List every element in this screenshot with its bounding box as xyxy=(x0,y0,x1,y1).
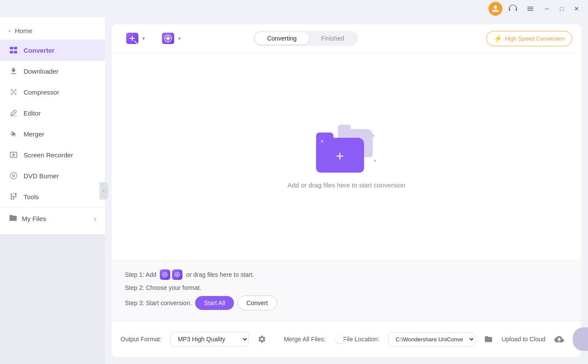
myfiles-chevron-icon: › xyxy=(94,215,96,223)
compressor-icon xyxy=(9,87,18,97)
step-1-row: Step 1: Add or drag files here to start. xyxy=(125,269,568,280)
dvd-burner-icon xyxy=(9,171,18,180)
format-settings-button[interactable] xyxy=(258,332,266,346)
upload-cloud-label: Upload to Cloud xyxy=(502,336,545,343)
tab-converting[interactable]: Converting xyxy=(255,32,309,44)
add-file-button[interactable]: ▼ xyxy=(120,30,151,47)
folder-icon: + ✦ ✦ ✦ xyxy=(316,125,377,173)
sparkle-2-icon: ✦ xyxy=(371,133,375,138)
merger-label: Merger xyxy=(24,130,45,138)
upload-cloud-button[interactable] xyxy=(554,332,564,346)
sidebar-item-tools[interactable]: Tools xyxy=(0,186,105,207)
window-controls: ─ □ ✕ xyxy=(541,3,583,15)
add-cd-small-icon xyxy=(172,269,182,280)
compressor-label: Compressor xyxy=(24,88,59,96)
sidebar-item-converter[interactable]: Converter xyxy=(0,40,105,61)
svg-point-6 xyxy=(13,175,14,176)
sidebar: ‹ Home Converter Downloader xyxy=(0,17,105,234)
main-toolbar: ▼ xyxy=(112,24,581,53)
add-file-chevron-icon: ▼ xyxy=(141,36,146,41)
step-2-text: Step 2: Choose your format. xyxy=(125,284,201,291)
myfiles-label: My Files xyxy=(22,215,46,222)
add-cd-button[interactable]: ▼ xyxy=(156,30,187,47)
main-card: ▼ xyxy=(112,24,581,321)
add-cd-chevron-icon: ▼ xyxy=(177,36,182,41)
output-format-select[interactable]: MP3 High Quality MP4 High Quality MOV Hi… xyxy=(170,332,249,347)
start-all-main-button[interactable]: Start All xyxy=(573,327,588,351)
myfiles-icon xyxy=(9,214,17,224)
sidebar-item-dvd-burner[interactable]: DVD Burner xyxy=(0,165,105,186)
converter-icon xyxy=(9,45,18,55)
high-speed-button[interactable]: ⚡ High Speed Conversion xyxy=(486,31,572,46)
sidebar-wrapper: ‹ Home Converter Downloader xyxy=(0,17,105,364)
close-button[interactable]: ✕ xyxy=(571,3,583,15)
step-1-prefix: Step 1: Add xyxy=(125,271,156,278)
sidebar-item-screen-recorder[interactable]: Screen Recorder xyxy=(0,144,105,165)
downloader-icon xyxy=(9,66,18,76)
app-body: ‹ Home Converter Downloader xyxy=(0,17,588,364)
svg-point-13 xyxy=(177,274,178,275)
sidebar-item-compressor[interactable]: Compressor xyxy=(0,82,105,102)
folder-plus-icon: + xyxy=(336,149,344,163)
step-3-row: Step 3: Start conversion. Start All Conv… xyxy=(125,296,568,310)
step-2-row: Step 2: Choose your format. xyxy=(125,284,568,291)
sidebar-item-downloader[interactable]: Downloader xyxy=(0,61,105,82)
step-1-icons xyxy=(160,269,182,280)
convert-inline-button[interactable]: Convert xyxy=(237,296,277,310)
sparkle-1-icon: ✦ xyxy=(320,138,325,145)
step-3-prefix: Step 3: Start conversion. xyxy=(125,299,192,306)
downloader-label: Downloader xyxy=(24,68,58,75)
output-format-label: Output Format: xyxy=(120,336,162,343)
menu-button[interactable] xyxy=(523,2,537,16)
dropzone[interactable]: + ✦ ✦ ✦ Add or drag files here to start … xyxy=(112,53,581,261)
headset-button[interactable] xyxy=(506,2,520,16)
sidebar-item-home[interactable]: ‹ Home xyxy=(0,22,105,40)
svg-rect-3 xyxy=(14,51,17,54)
tab-group: Converting Finished xyxy=(254,31,358,46)
tools-label: Tools xyxy=(24,193,39,201)
titlebar: ─ □ ✕ xyxy=(0,0,588,17)
file-location-label: File Location: xyxy=(343,336,379,343)
svg-rect-1 xyxy=(14,47,17,50)
lightning-icon: ⚡ xyxy=(494,34,502,43)
file-location-select[interactable]: C:\Wondershare UniConverter 1 xyxy=(388,332,475,347)
merger-icon xyxy=(9,129,18,139)
home-chevron-icon: ‹ xyxy=(9,28,10,34)
minimize-button[interactable]: ─ xyxy=(541,3,553,15)
user-avatar[interactable] xyxy=(488,2,502,16)
maximize-button[interactable]: □ xyxy=(556,3,568,15)
editor-icon xyxy=(9,108,18,118)
step-1-suffix: or drag files here to start. xyxy=(186,271,254,278)
tab-finished[interactable]: Finished xyxy=(309,32,357,44)
sparkle-3-icon: ✦ xyxy=(373,158,377,164)
dropzone-text: Add or drag files here to start conversi… xyxy=(287,181,405,189)
sidebar-item-merger[interactable]: Merger xyxy=(0,123,105,144)
svg-rect-0 xyxy=(10,47,14,50)
svg-rect-2 xyxy=(10,51,14,54)
screen-recorder-icon xyxy=(9,150,18,160)
sidebar-collapse-button[interactable]: ‹ xyxy=(100,182,108,200)
home-label: Home xyxy=(15,27,32,34)
main-content: ▼ xyxy=(105,17,588,364)
start-all-inline-button[interactable]: Start All xyxy=(195,296,234,310)
merge-all-label: Merge All Files: xyxy=(284,336,326,343)
screen-recorder-label: Screen Recorder xyxy=(24,151,73,159)
sidebar-item-myfiles[interactable]: My Files › xyxy=(0,207,105,230)
tools-icon xyxy=(9,192,18,201)
dvd-burner-label: DVD Burner xyxy=(24,172,59,180)
add-file-small-icon xyxy=(160,269,170,280)
open-folder-button[interactable] xyxy=(484,332,493,346)
sidebar-item-editor[interactable]: Editor xyxy=(0,102,105,123)
high-speed-label: High Speed Conversion xyxy=(505,35,565,42)
converter-label: Converter xyxy=(24,47,55,54)
editor-label: Editor xyxy=(24,109,41,117)
bottom-bar: Output Format: MP3 High Quality MP4 High… xyxy=(112,321,581,357)
steps-section: Step 1: Add or drag files here to start.… xyxy=(112,261,581,321)
